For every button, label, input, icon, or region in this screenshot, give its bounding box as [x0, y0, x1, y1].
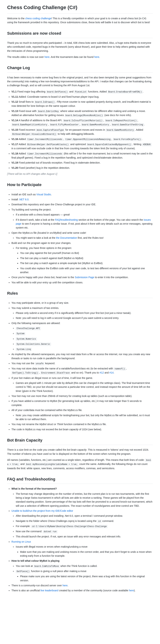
list-item: You could also replace the EvilBot code …: [20, 266, 153, 274]
code-snippet: bool myObscenelyLongVariableName = true;: [25, 463, 78, 466]
list-item: Unable to build/run the project from my …: [12, 509, 153, 539]
bot-brain-p2: All names (variables, functions, etc.) a…: [7, 458, 153, 470]
list-item: Only the following namespaces are allowe…: [12, 321, 153, 351]
list-item: If you have added a constructor to MyBot…: [12, 399, 153, 407]
list-item: Install .NET 6.0.: [12, 198, 153, 202]
code-snippet: board.IsWhiteToMove: [33, 565, 60, 568]
sub-list: For testing, you have three options in t…: [12, 246, 153, 274]
version-label: V1.12: [12, 100, 18, 103]
sub-sub-list: Please make sure you are using the lates…: [16, 574, 153, 582]
ref-12-link[interactable]: #12: [100, 371, 104, 374]
code-snippet: board.ZobristKey: [37, 110, 60, 113]
code-snippet: unsafe: [35, 362, 44, 365]
sub-list: The format may change depending on the n…: [12, 492, 153, 508]
changelog-intro: It has been necessary to make some bug f…: [7, 76, 153, 88]
sub-list: You might want to take a look at the the…: [12, 236, 153, 240]
code-snippet: System.Numerics: [16, 338, 37, 341]
tournament-data-link[interactable]: here: [94, 56, 99, 58]
sub-sub-list: Make sure that you are making and undoin…: [16, 550, 153, 558]
code-snippet: board.GameMoveHistory: [106, 128, 135, 132]
code-snippet: System.Linq: [16, 348, 32, 351]
code-snippet: board.IsDraws(): [34, 100, 55, 104]
sub-list: Please only submit a second entry if it …: [12, 311, 153, 320]
sub-list: You can look at board.IsWhiteToMove when…: [12, 564, 153, 582]
code-snippet: Board.CreateBoardFromFEN(): [107, 90, 143, 94]
results-video-link[interactable]: here: [45, 56, 50, 58]
list-item: GetPiece() function is giving a null pie…: [16, 569, 153, 582]
code-snippet: board.GameMoveHistory: [81, 123, 110, 126]
participate-heading: How to Participate: [7, 182, 153, 190]
list-item: If a window with a chess board appears —…: [16, 213, 153, 216]
chess-coding-challenge-link[interactable]: chess coding challenge: [25, 17, 51, 20]
list-item: You may not store data inside the name o…: [12, 366, 153, 375]
dotnet-link[interactable]: .NET 6.0: [19, 198, 28, 201]
linux-link[interactable]: Running on Linux: [12, 540, 31, 543]
list-item: Navigate to the folder where Chess-Chall…: [16, 519, 153, 523]
list-item: How to tell what colour MyBot is playing…: [12, 559, 153, 582]
code-snippet: board.GetPiece(): [46, 90, 68, 94]
visual-studio-link[interactable]: Visual Studio: [36, 193, 51, 196]
list-item: You might want to take a look at the the…: [16, 236, 153, 240]
sub-list: If a window with a chess board appears —…: [12, 213, 153, 230]
list-item: You may submit a maximum of two entries.…: [12, 306, 153, 320]
sub-sub-list: You can play against the bot yourself (H…: [16, 251, 153, 274]
list-item: Games are played with 1 minute per side …: [16, 381, 153, 393]
faq-question: How to tell what colour MyBot is playing: [12, 559, 59, 562]
code-snippet: timer.OpponentMillisecondsRemaining: [64, 138, 111, 141]
source-code-link[interactable]: here: [129, 589, 134, 592]
list-item: Note: you will need to log in with a sec…: [16, 316, 153, 320]
sub-list: After downloading the project and instal…: [12, 514, 153, 538]
submissions-p2: The results video is now out over here. …: [7, 55, 153, 59]
list-item: System.Collections.Generic: [16, 342, 153, 346]
list-item: Open the MyBot.cs file (located in src/M…: [12, 231, 153, 240]
list-item: V1.1 Fixed major bug affecting board.Get…: [12, 90, 153, 94]
build-run-link[interactable]: Unable to build/run the project from my …: [12, 510, 73, 512]
faq-link[interactable]: FAQ/troubleshooting: [55, 218, 78, 221]
list-item: You can play against the bot yourself (H…: [20, 251, 153, 255]
version-label: V1.20: [12, 166, 18, 169]
issues-link[interactable]: issues page: [16, 218, 151, 225]
leaderboard-link[interactable]: live leaderboard: [40, 589, 58, 592]
list-item: Your bot may not use more than 256mb of …: [12, 394, 153, 398]
list-item: ChessChallenge.API: [16, 326, 153, 330]
list-item: The bot can play a match against a simpl…: [20, 261, 153, 265]
changelog-footer: [There will be no API changes after Augu…: [7, 172, 153, 176]
list-item: Running on Linux Issues with illegal mov…: [12, 540, 153, 558]
sub-list: Issues with illegal moves or errors when…: [12, 545, 153, 558]
version-label: V1.15: [12, 128, 18, 131]
list-item: As implied by the allowed namespaces, yo…: [12, 352, 153, 360]
sub-list: Note: you may create additional scripts …: [12, 413, 153, 421]
submissions-heading: Submissions are now closed: [7, 30, 153, 38]
sub-list: Games are played with 1 minute per side …: [12, 381, 153, 393]
list-item: Try building and running the project. If…: [12, 208, 153, 230]
list-item: You will be able to edit your entry up u…: [12, 280, 153, 284]
version-label: V1.14: [12, 119, 18, 122]
list-item: This should launch the project. If not, …: [16, 534, 153, 538]
list-item: Now use the command: dotnet run: [16, 530, 153, 534]
list-item: If it doesn't work, take a look at the F…: [16, 218, 153, 230]
faq-question: What is the format of the tournament?: [12, 487, 57, 490]
list-item: V1.11 Added: Coordinate names to board U…: [12, 95, 153, 99]
list-item: You may not use the unsafe keyword.: [12, 361, 153, 366]
code-snippet: move.CapturePieceType: [36, 128, 65, 132]
list-item: The format may change depending on the n…: [16, 492, 153, 508]
list-item: Note: you may create additional scripts …: [16, 413, 153, 421]
documentation-link[interactable]: the Documentation: [56, 236, 77, 239]
list-item: What is the format of the tournament? Th…: [12, 487, 153, 508]
ref-14-link[interactable]: #14: [109, 371, 113, 374]
list-item: For testing, you have three options in t…: [16, 246, 153, 274]
list-item: System: [16, 331, 153, 336]
discord-link[interactable]: here: [63, 584, 68, 587]
version-label: V1.1: [12, 90, 17, 93]
code-snippet: GetType().ToString(): [12, 371, 39, 374]
list-item: Please only submit a second entry if it …: [16, 311, 153, 315]
list-item: Issues with illegal moves or errors when…: [16, 545, 153, 558]
submission-page-link[interactable]: Submission Page: [75, 276, 94, 279]
code-snippet: nameof(): [114, 367, 126, 370]
code-snippet: #DEBUG: [142, 143, 151, 146]
code-snippet: board.IsRepeatPosition(): [105, 119, 137, 122]
rules-heading: Rules: [7, 290, 153, 298]
list-item: V1.13 Fixed issue with board.ZobristKey …: [12, 109, 153, 117]
code-snippet: cd C:\Users\MyName\Desktop\Chess-Challen…: [31, 525, 108, 528]
list-item: V1.17 Added BitboardHelper.GetPieceAttac…: [12, 142, 153, 150]
